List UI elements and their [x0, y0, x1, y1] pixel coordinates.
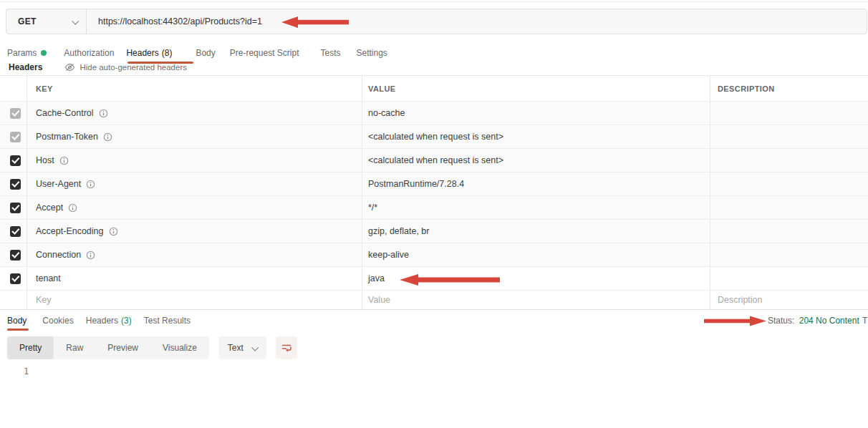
checkbox[interactable] — [10, 203, 21, 213]
value-placeholder[interactable]: Value — [368, 295, 390, 305]
table-row-accept[interactable]: Accept */* — [0, 196, 868, 220]
table-row-connection[interactable]: Connection keep-alive — [0, 243, 868, 267]
description-cell[interactable] — [710, 243, 868, 266]
response-toolbar: Pretty Raw Preview Visualize Text — [7, 336, 297, 359]
table-row-host[interactable]: Host <calculated when request is sent> — [0, 149, 868, 172]
format-selected-label: Text — [228, 343, 243, 353]
info-icon — [59, 156, 69, 165]
column-key: KEY — [36, 84, 53, 93]
method-dropdown[interactable]: GET — [6, 9, 87, 34]
info-icon — [103, 132, 112, 142]
wrap-lines-icon — [280, 341, 293, 354]
tab-tests[interactable]: Tests — [320, 48, 340, 58]
table-row-postman-token[interactable]: Postman-Token <calculated when request i… — [0, 125, 868, 149]
eye-off-icon — [64, 63, 75, 72]
tab-authorization[interactable]: Authorization — [64, 48, 114, 58]
view-mode-pretty[interactable]: Pretty — [7, 336, 54, 359]
checkbox[interactable] — [10, 155, 21, 166]
response-tab-cookies[interactable]: Cookies — [42, 316, 73, 326]
checkbox[interactable] — [10, 250, 21, 261]
headers-count-badge: (8) — [162, 48, 173, 58]
method-label: GET — [18, 16, 37, 26]
response-meta-truncated: T — [862, 316, 867, 326]
tab-pre-request-script[interactable]: Pre-request Script — [230, 48, 299, 58]
tenant-annotation-arrow — [400, 273, 500, 286]
info-icon — [109, 227, 118, 236]
chevron-down-icon — [251, 344, 259, 351]
info-icon — [86, 180, 95, 189]
view-mode-segmented-control: Pretty Raw Preview Visualize — [7, 336, 209, 359]
format-dropdown[interactable]: Text — [218, 336, 266, 359]
checkbox[interactable] — [10, 273, 21, 284]
description-cell[interactable] — [710, 102, 868, 125]
description-cell[interactable] — [710, 267, 868, 290]
column-value: VALUE — [368, 84, 395, 93]
headers-table: KEY VALUE DESCRIPTION Cache-Control no-c… — [0, 75, 868, 310]
params-indicator-dot — [41, 50, 47, 56]
header-check-column — [0, 76, 27, 101]
table-header-row: KEY VALUE DESCRIPTION — [0, 76, 868, 102]
editor-line-number: 1 — [24, 366, 29, 376]
column-description: DESCRIPTION — [718, 84, 775, 93]
tab-body[interactable]: Body — [196, 48, 215, 58]
table-row-user-agent[interactable]: User-Agent PostmanRuntime/7.28.4 — [0, 172, 868, 196]
wrap-lines-button[interactable] — [276, 336, 297, 359]
checkbox[interactable] — [10, 132, 21, 142]
checkbox[interactable] — [10, 108, 21, 119]
table-row-cache-control[interactable]: Cache-Control no-cache — [0, 102, 868, 125]
request-url-bar: GET https://localhost:44302/api/Products… — [6, 9, 867, 34]
response-tabs: Body Cookies Headers (3) Test Results — [7, 312, 191, 329]
tab-settings[interactable]: Settings — [357, 48, 387, 58]
status-value: 204 No Content — [799, 316, 859, 326]
response-tab-test-results[interactable]: Test Results — [144, 316, 191, 326]
view-mode-visualize[interactable]: Visualize — [150, 336, 209, 359]
url-input[interactable]: https://localhost:44302/api/Products?id=… — [87, 9, 262, 34]
hide-auto-generated-toggle[interactable]: Hide auto-generated headers — [64, 63, 187, 72]
chevron-down-icon — [72, 17, 79, 24]
checkbox[interactable] — [10, 226, 21, 237]
view-mode-raw[interactable]: Raw — [54, 336, 95, 359]
key-placeholder[interactable]: Key — [36, 295, 52, 305]
response-tab-headers[interactable]: Headers (3) — [86, 316, 132, 326]
description-cell[interactable] — [710, 196, 868, 219]
tab-params[interactable]: Params — [7, 48, 47, 58]
table-row-accept-encoding[interactable]: Accept-Encoding gzip, deflate, br — [0, 220, 868, 243]
info-icon — [86, 251, 95, 260]
url-annotation-arrow — [281, 16, 349, 29]
postman-app: GET https://localhost:44302/api/Products… — [0, 0, 868, 428]
info-icon — [99, 109, 108, 118]
response-headers-count-badge: (3) — [121, 316, 132, 326]
info-icon — [68, 203, 77, 213]
checkbox[interactable] — [10, 179, 21, 190]
top-divider — [0, 1, 868, 2]
response-status: Status: 204 No Content — [768, 316, 859, 326]
table-row-tenant[interactable]: tenant java — [0, 267, 868, 291]
table-row-new[interactable]: Key Value Description — [0, 291, 868, 310]
description-cell[interactable] — [710, 149, 868, 172]
description-placeholder[interactable]: Description — [718, 295, 763, 305]
status-label: Status: — [768, 316, 794, 326]
view-mode-preview[interactable]: Preview — [95, 336, 150, 359]
status-annotation-arrow — [704, 316, 766, 326]
description-cell[interactable] — [710, 172, 868, 195]
active-tab-underline — [127, 62, 193, 64]
response-tab-body[interactable]: Body — [7, 316, 26, 326]
headers-section-title: Headers — [9, 62, 42, 72]
response-active-tab-underline — [7, 329, 29, 331]
request-tabs: Params Authorization Headers (8) Body Pr… — [7, 43, 387, 63]
description-cell[interactable] — [710, 125, 868, 148]
description-cell[interactable] — [710, 220, 868, 243]
tab-headers[interactable]: Headers (8) — [126, 48, 172, 58]
